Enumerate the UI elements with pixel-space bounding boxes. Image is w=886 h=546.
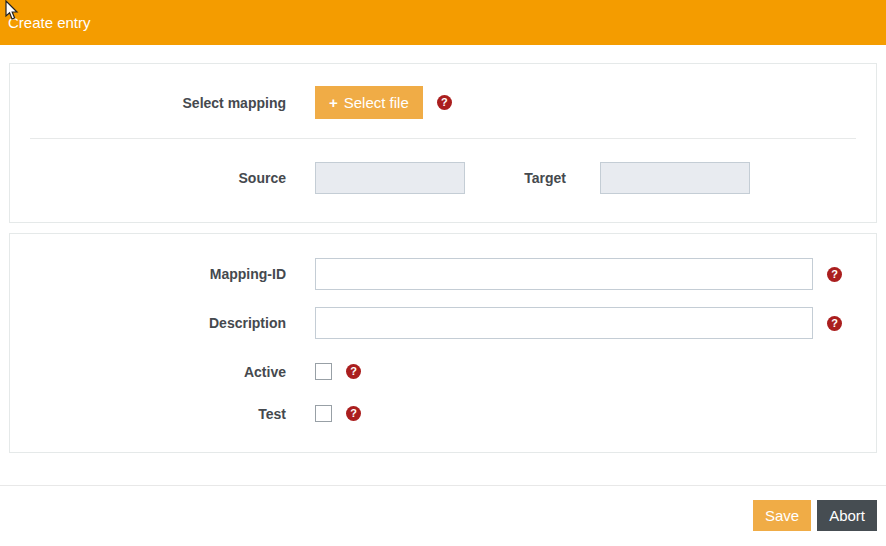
target-input xyxy=(600,162,750,194)
page-title: Create entry xyxy=(8,14,91,31)
select-mapping-label: Select mapping xyxy=(30,95,286,111)
test-label: Test xyxy=(30,406,286,422)
source-target-row: Source Target xyxy=(30,162,856,194)
entry-details-panel: Mapping-ID ? Description ? Active ? Test… xyxy=(9,233,877,453)
footer-actions: Save Abort xyxy=(0,500,877,531)
mapping-id-row: Mapping-ID ? xyxy=(30,258,856,290)
source-input xyxy=(315,162,465,194)
mapping-id-help-icon[interactable]: ? xyxy=(827,267,842,282)
description-row: Description ? xyxy=(30,307,856,339)
mapping-id-label: Mapping-ID xyxy=(30,266,286,282)
select-mapping-row: Select mapping + Select file ? xyxy=(30,86,856,119)
description-input[interactable] xyxy=(315,307,813,339)
select-file-button[interactable]: + Select file xyxy=(315,86,423,119)
description-help-icon[interactable]: ? xyxy=(827,316,842,331)
test-checkbox[interactable] xyxy=(315,405,332,422)
mapping-file-panel: Select mapping + Select file ? Source Ta… xyxy=(9,63,877,223)
active-row: Active ? xyxy=(30,363,856,380)
page-header: Create entry xyxy=(0,0,886,45)
test-row: Test ? xyxy=(30,405,856,422)
source-label: Source xyxy=(30,170,286,186)
footer-divider xyxy=(0,485,886,486)
test-help-icon[interactable]: ? xyxy=(346,406,361,421)
active-checkbox[interactable] xyxy=(315,363,332,380)
panel-divider xyxy=(30,138,856,139)
mapping-id-input[interactable] xyxy=(315,258,813,290)
target-label: Target xyxy=(465,170,566,186)
abort-button[interactable]: Abort xyxy=(817,500,877,531)
active-label: Active xyxy=(30,364,286,380)
active-help-icon[interactable]: ? xyxy=(346,364,361,379)
select-file-button-label: Select file xyxy=(344,94,409,111)
save-button[interactable]: Save xyxy=(753,500,811,531)
plus-icon: + xyxy=(329,94,338,111)
description-label: Description xyxy=(30,315,286,331)
select-mapping-help-icon[interactable]: ? xyxy=(437,95,452,110)
